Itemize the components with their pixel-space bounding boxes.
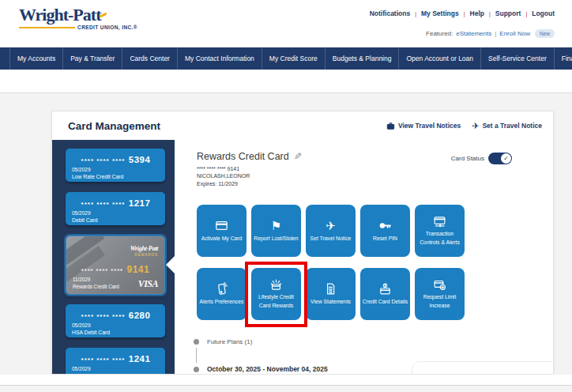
tile-alerts-preferences[interactable]: Alerts Preferences	[197, 268, 246, 320]
card-status-control: Card Status ✓	[451, 153, 512, 164]
masked-card-number: **** **** **** 9141	[197, 165, 302, 172]
tile-transaction-controls-alerts[interactable]: Transaction Controls & Alerts	[415, 205, 465, 257]
tile-label: Credit Card Details	[363, 298, 408, 307]
key-icon	[378, 219, 392, 233]
card-status-toggle[interactable]: ✓	[488, 153, 512, 164]
nav-pay-transfer[interactable]: Pay & Transfer	[63, 47, 122, 70]
selected-card-pointer	[166, 256, 175, 273]
tile-reset-pin[interactable]: Reset PIN	[360, 205, 410, 257]
page-bottom-band	[0, 375, 572, 385]
tile-credit-card-details[interactable]: Credit Card Details	[360, 268, 410, 320]
travel-timeline: Future Plans (1) October 30, 2025 - Nove…	[194, 338, 328, 373]
set-travel-notice-label: Set a Travel Notice	[482, 122, 542, 130]
card-last4: 6280	[129, 311, 151, 320]
help-link[interactable]: Help	[470, 9, 484, 17]
panel-header: Card Management View Travel Notices ✈ Se…	[52, 111, 553, 140]
credit-card-icon	[215, 219, 228, 233]
phone-alert-icon	[215, 282, 228, 296]
airplane-icon: ✈	[472, 121, 479, 131]
tile-label: Reset PIN	[373, 235, 397, 243]
card-list-sidebar: **** **** **** 5394 05/2029 Low Rate Cre…	[52, 140, 175, 375]
check-icon: ✓	[501, 153, 511, 164]
timeline-dot	[194, 367, 199, 372]
tile-request-limit-increase[interactable]: Request Limit Increase	[415, 268, 465, 320]
logo-wordmark: Wright-Patt	[19, 5, 100, 24]
nav-cards-center[interactable]: Cards Center	[122, 47, 178, 70]
logo-underline	[19, 27, 75, 28]
card-expiry: 05/2029	[72, 322, 160, 329]
estatements-link[interactable]: eStatements	[456, 30, 491, 37]
tile-label: Report Lost/Stolen	[254, 235, 298, 243]
card-item-low-rate[interactable]: **** **** **** 5394 05/2029 Low Rate Cre…	[66, 149, 165, 182]
card-detail-summary: Rewards Credit Card ✎ **** **** **** 914…	[197, 151, 302, 187]
wpcu-logo[interactable]: Wright-Patt CREDIT UNION, INC.®	[19, 6, 137, 30]
card-item-test-debit[interactable]: **** **** **** 1241 05/2029 TEST Debit C…	[66, 348, 165, 375]
card-last4: 9141	[126, 264, 149, 275]
card-actions-grid: Activate My Card ⚑ Report Lost/Stolen ✈ …	[197, 205, 465, 320]
nav-budgets-planning[interactable]: Budgets & Planning	[326, 47, 400, 70]
my-settings-link[interactable]: My Settings	[421, 9, 459, 17]
nav-my-contact-information[interactable]: My Contact Information	[178, 47, 262, 70]
timeline-connector	[196, 348, 197, 363]
main-nav: My Accounts Pay & Transfer Cards Center …	[0, 47, 572, 70]
rewards-card-icon	[269, 277, 283, 292]
support-link[interactable]: Support	[495, 9, 521, 17]
nav-financial-learning[interactable]: Financial Learning	[555, 47, 572, 70]
card-name: Low Rate Credit Card	[72, 174, 160, 180]
tile-activate-my-card[interactable]: Activate My Card	[197, 205, 246, 257]
card-name: Debit Card	[72, 217, 160, 224]
tile-label: View Statements	[310, 298, 351, 307]
card-mask: **** **** ****	[81, 313, 126, 320]
visa-logo: VISA	[138, 278, 158, 290]
card-details-icon	[378, 282, 392, 296]
travel-plan-card	[412, 361, 554, 375]
timeline-dot	[194, 339, 199, 345]
card-expiry: 05/2029	[72, 210, 160, 217]
page-bottom-grey	[0, 386, 572, 392]
featured-label: Featured:	[426, 30, 453, 37]
tile-report-lost-stolen[interactable]: ⚑ Report Lost/Stolen	[251, 205, 301, 257]
set-travel-notice-button[interactable]: ✈ Set a Travel Notice	[472, 121, 542, 131]
edit-pencil-icon[interactable]: ✎	[294, 151, 302, 162]
page-title: Card Management	[68, 120, 160, 132]
card-management-panel: Card Management View Travel Notices ✈ Se…	[51, 111, 554, 375]
enroll-now-link[interactable]: Enroll Now	[499, 30, 530, 37]
briefcase-icon	[386, 122, 395, 130]
card-mask: **** **** ****	[81, 201, 126, 208]
card-item-debit[interactable]: **** **** **** 1217 05/2029 Debit Card	[66, 192, 165, 225]
card-item-hsa-debit[interactable]: **** **** **** 6280 05/2029 HSA Debit Ca…	[66, 304, 165, 337]
link-separator: |	[464, 11, 465, 17]
tile-label: Transaction Controls & Alerts	[416, 230, 463, 247]
limit-increase-icon	[433, 277, 446, 292]
statement-document-icon	[324, 282, 337, 296]
link-separator: |	[415, 11, 416, 17]
link-separator: |	[525, 11, 527, 17]
tile-lifestyle-credit-card-rewards[interactable]: Lifestyle Credit Card Rewards	[251, 268, 301, 320]
tile-view-statements[interactable]: View Statements	[306, 268, 356, 320]
nav-open-account-or-loan[interactable]: Open Account or Loan	[399, 47, 481, 70]
card-status-label: Card Status	[451, 155, 484, 162]
view-travel-notices-button[interactable]: View Travel Notices	[386, 122, 461, 130]
nav-my-credit-score[interactable]: My Credit Score	[262, 47, 326, 70]
tile-label: Activate My Card	[201, 235, 243, 243]
tile-set-travel-notice[interactable]: ✈ Set Travel Notice	[306, 205, 356, 257]
card-last4: 1241	[129, 354, 151, 364]
nav-my-accounts[interactable]: My Accounts	[9, 47, 63, 70]
site-header: Wright-Patt CREDIT UNION, INC.® Notifica…	[0, 0, 572, 47]
card-mask: **** **** ****	[81, 356, 126, 364]
subnav-band	[0, 70, 572, 92]
cardholder-name: NICOLASH,LEONOR	[197, 172, 302, 179]
airplane-icon: ✈	[326, 219, 336, 233]
logout-link[interactable]: Logout	[532, 9, 555, 17]
tile-label: Set Travel Notice	[310, 235, 352, 243]
notifications-link[interactable]: Notifications	[370, 9, 410, 17]
logo-subtitle: CREDIT UNION, INC.®	[77, 24, 137, 30]
future-plans-label[interactable]: Future Plans (1)	[207, 338, 252, 345]
tile-label: Request Limit Increase	[416, 293, 463, 310]
card-mask: **** **** ****	[81, 267, 123, 274]
card-mask: **** **** ****	[81, 157, 126, 164]
card-expiry: 05/2029	[72, 366, 160, 372]
card-item-rewards-selected[interactable]: Wright-Patt REWARDS **** **** **** 9141 …	[66, 236, 165, 295]
page: Wright-Patt CREDIT UNION, INC.® Notifica…	[0, 0, 572, 392]
nav-self-service-center[interactable]: Self-Service Center	[481, 47, 555, 70]
